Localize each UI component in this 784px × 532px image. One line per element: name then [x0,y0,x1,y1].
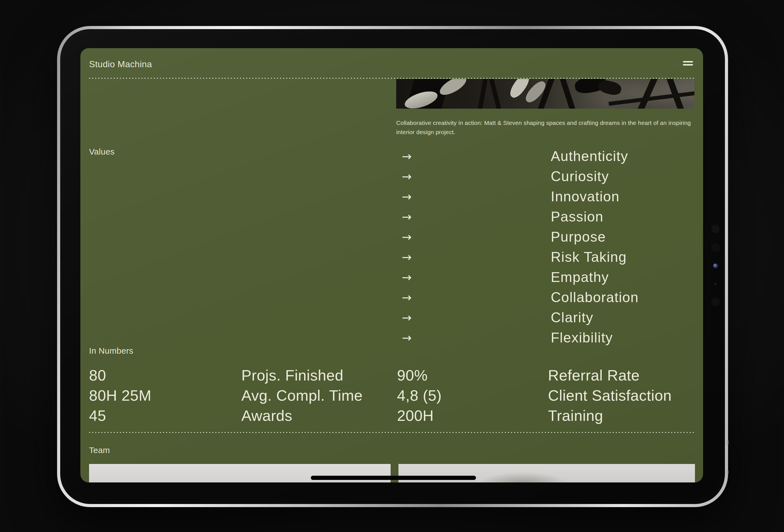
page-background: Studio Machina [0,0,784,532]
stat-label: Awards [241,407,292,424]
value-label: Purpose [551,229,606,245]
value-item[interactable]: → Clarity [80,307,703,328]
stat-label: Projs. Finished [241,366,343,384]
stat-value: 80H 25M [89,387,151,404]
arrow-right-icon: → [402,311,412,325]
arrow-right-icon: → [402,170,412,184]
sensor-dot-icon [711,225,720,233]
arrow-right-icon: → [402,230,412,244]
value-item[interactable]: → Curiosity [80,166,703,187]
photo-stool-leg [476,79,489,109]
home-indicator[interactable] [311,476,476,480]
menu-icon [683,61,693,62]
value-item[interactable]: → Flexibility [80,328,703,348]
value-item[interactable]: → Innovation [80,187,703,207]
arrow-right-icon: → [402,210,412,224]
value-item[interactable]: → Authenticity [80,146,703,166]
value-item[interactable]: → Risk Taking [80,247,703,267]
value-label: Passion [551,208,604,225]
dotted-divider [89,78,694,79]
value-item[interactable]: → Purpose [80,227,703,247]
side-button [726,440,729,445]
value-label: Innovation [551,189,620,205]
team-working-photo [396,79,694,109]
value-label: Authenticity [551,148,628,164]
stat-label: Training [548,407,603,424]
stat-value: 80 [89,366,106,384]
value-item[interactable]: → Collaboration [80,287,703,307]
tablet-frame: Studio Machina [57,26,728,507]
stat-row: 80H 25M Avg. Compl. Time 4,8 (5) Client … [89,385,694,405]
value-label: Risk Taking [551,249,627,265]
stat-value: 90% [397,366,428,384]
stat-row: 45 Awards 200H Training [89,405,694,426]
arrow-right-icon: → [402,271,412,284]
value-label: Collaboration [551,289,639,306]
stat-value: 45 [89,407,106,424]
numbers-section-label: In Numbers [89,346,133,355]
team-section-label: Team [89,446,110,455]
front-camera-icon [710,242,721,253]
arrow-right-icon: → [402,190,412,203]
arrow-right-icon: → [402,250,412,264]
screen: Studio Machina [80,48,703,482]
arrow-right-icon: → [402,291,412,304]
side-button [726,470,729,474]
stat-value: 4,8 (5) [397,387,442,404]
photo-caption: Collaborative creativity in action: Matt… [396,118,694,137]
stat-row: 80 Projs. Finished 90% Referral Rate [89,365,694,385]
microphone-dot-icon [714,283,717,285]
value-label: Flexibility [551,330,613,346]
value-label: Clarity [551,309,593,326]
menu-icon [683,64,693,65]
stat-value: 200H [397,407,434,424]
arrow-right-icon: → [402,149,412,163]
value-item[interactable]: → Passion [80,207,703,227]
page-title: Studio Machina [89,59,152,69]
sensor-dot-icon [710,297,721,307]
camera-lens-icon [713,263,718,268]
value-item[interactable]: → Empathy [80,267,703,287]
arrow-right-icon: → [402,331,412,345]
stat-label: Client Satisfaction [548,387,672,404]
stat-label: Avg. Compl. Time [241,387,363,404]
menu-button[interactable] [681,59,695,68]
stat-label: Referral Rate [548,366,640,384]
value-label: Curiosity [551,168,609,185]
value-label: Empathy [551,269,609,285]
photo-stool-leg [488,79,503,109]
dotted-divider [89,432,694,433]
